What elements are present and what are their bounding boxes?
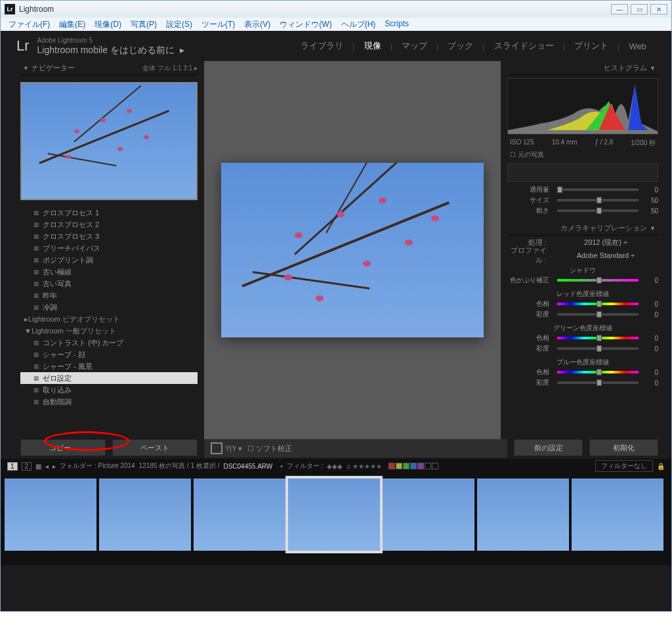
paste-button[interactable]: ペースト: [112, 439, 198, 456]
preset-item[interactable]: ▦自動階調: [20, 396, 198, 408]
identity-plate-bar: Lr Adobe Lightroom 5 Lightroom mobile をは…: [1, 31, 671, 61]
preset-item[interactable]: ▦クロスプロセス 2: [20, 219, 198, 230]
filmstrip-header: 1 2 ▦ ◂ ▸ フォルダー : Picture 2014 12185 枚の写…: [1, 459, 671, 473]
lr-logo: Lr: [16, 37, 30, 54]
preset-item[interactable]: ▦クロスプロセス 3: [20, 230, 198, 242]
module-book[interactable]: ブック: [438, 40, 482, 52]
shadow-group: シャドウ: [507, 266, 658, 275]
original-checkbox[interactable]: ☐ 元の写真: [507, 149, 658, 161]
tint-slider[interactable]: [557, 279, 639, 282]
module-print[interactable]: プリント: [565, 40, 618, 52]
thumbnail-selected[interactable]: [288, 479, 380, 551]
preset-item[interactable]: ▦シャープ - 顔: [20, 349, 198, 360]
histogram-header[interactable]: ヒストグラム▼: [507, 61, 658, 75]
triangle-down-icon: ▼: [23, 65, 29, 72]
module-map[interactable]: マップ: [392, 40, 436, 52]
red-sat-slider[interactable]: [557, 313, 639, 316]
loupe-view[interactable]: [204, 61, 501, 439]
reset-button[interactable]: 初期化: [589, 439, 658, 456]
green-sat-slider[interactable]: [557, 347, 639, 350]
meta-shutter: 1/200 秒: [631, 138, 656, 148]
green-group: グリーン色度座標値: [507, 324, 658, 333]
menu-scripts[interactable]: Scripts: [381, 18, 413, 31]
loupe-view-icon[interactable]: [211, 442, 222, 454]
copy-button[interactable]: コピー...: [20, 439, 106, 456]
preset-item[interactable]: ▦昨年: [20, 289, 198, 301]
preset-item[interactable]: ▦古い写真: [20, 278, 198, 289]
color-label-filter[interactable]: [388, 463, 438, 469]
app-logo-icon: Lr: [5, 4, 15, 14]
forward-icon[interactable]: ▸: [52, 463, 56, 470]
preset-item[interactable]: ▦クロスプロセス 1: [20, 207, 198, 219]
previous-settings-button[interactable]: 前の設定: [514, 439, 583, 456]
module-slideshow[interactable]: スライドショー: [485, 40, 563, 52]
filter-lock-icon[interactable]: 🔒: [657, 463, 665, 470]
brand-main[interactable]: Lightroom mobile をはじめる前に: [37, 45, 175, 55]
main-photo[interactable]: [221, 163, 484, 337]
filmstrip[interactable]: [1, 473, 671, 565]
module-web[interactable]: Web: [620, 41, 656, 51]
menu-photo[interactable]: 写真(P): [127, 18, 161, 31]
filter-preset[interactable]: フィルターなし: [595, 460, 653, 472]
center-toolbar: Y|Y ▾ ☐ ソフト校正: [204, 439, 507, 457]
menu-window[interactable]: ウィンドウ(W): [276, 18, 335, 31]
preset-group[interactable]: ▼ Lightroom 一般プリセット: [20, 325, 198, 337]
menu-edit[interactable]: 編集(E): [55, 18, 89, 31]
rating-filter[interactable]: ≥ ★★★★★: [346, 463, 381, 470]
preset-item[interactable]: ▦ブリーチバイパス: [20, 242, 198, 254]
menu-help[interactable]: ヘルプ(H): [337, 18, 380, 31]
preset-item[interactable]: ▦冷調: [20, 301, 198, 313]
menu-view[interactable]: 表示(V): [240, 18, 274, 31]
calibration-header[interactable]: カメラキャリブレーション▼: [507, 221, 658, 236]
flag-filter-icon[interactable]: ◈◈◈: [327, 463, 343, 470]
photo-metadata: ISO 125 10.4 mm ƒ / 2.8 1/200 秒: [507, 137, 658, 149]
preset-item[interactable]: ▦コントラスト (中) カーブ: [20, 337, 198, 349]
rough-label: 粗さ: [507, 206, 553, 215]
grid-icon[interactable]: ▦: [35, 463, 41, 470]
module-library[interactable]: ライブラリ: [291, 40, 352, 52]
thumbnail[interactable]: [477, 479, 569, 551]
red-hue-slider[interactable]: [557, 303, 639, 305]
histogram-display[interactable]: [507, 78, 658, 135]
thumbnail[interactable]: [572, 479, 663, 551]
menu-file[interactable]: ファイル(F): [5, 18, 54, 31]
menu-develop[interactable]: 現像(D): [91, 18, 125, 31]
preset-item[interactable]: ▦取り込み: [20, 384, 198, 396]
close-button[interactable]: ✕: [650, 4, 667, 14]
rough-slider[interactable]: [557, 209, 639, 212]
right-panel: ヒストグラム▼ ISO 125 10.4 mm ƒ / 2.8 1/200: [501, 61, 671, 439]
red-group: レッド色度座標値: [507, 289, 658, 299]
blue-sat-slider[interactable]: [557, 381, 639, 384]
preset-item-selected[interactable]: ▦ゼロ設定: [20, 372, 198, 384]
profile-select[interactable]: プロファイル :Adobe Standard ÷: [507, 249, 658, 262]
navigator-preview[interactable]: [20, 82, 198, 200]
preset-item[interactable]: ▦ポジプリント調: [20, 254, 198, 266]
preset-item[interactable]: ▦古い極線: [20, 266, 198, 278]
navigator-header[interactable]: ▼ ナビゲーター 全体 フル 1:1 3:1 ▸: [20, 61, 198, 75]
preset-item[interactable]: ▦シャープ - 風景: [20, 360, 198, 372]
blue-group: ブルー色度座標値: [507, 358, 658, 367]
tool-strip[interactable]: [507, 163, 658, 182]
preset-group[interactable]: ▸ Lightroom ビデオプリセット: [20, 313, 198, 325]
minimize-button[interactable]: —: [611, 4, 628, 14]
thumbnail[interactable]: [5, 479, 96, 551]
green-hue-slider[interactable]: [557, 337, 639, 339]
menu-settings[interactable]: 設定(S): [162, 18, 196, 31]
screen-1-button[interactable]: 1: [7, 462, 18, 471]
amount-slider[interactable]: [557, 188, 639, 191]
compare-view-icon[interactable]: Y|Y ▾: [225, 444, 242, 453]
module-develop[interactable]: 現像: [355, 40, 390, 52]
back-icon[interactable]: ◂: [45, 463, 49, 470]
blue-hue-slider[interactable]: [557, 371, 639, 373]
screen-2-button[interactable]: 2: [22, 462, 32, 471]
thumbnail[interactable]: [194, 479, 285, 551]
folder-path[interactable]: フォルダー : Picture 2014: [60, 461, 135, 471]
thumbnail[interactable]: [99, 479, 191, 551]
softproof-checkbox[interactable]: ☐ ソフト校正: [247, 444, 292, 454]
titlebar[interactable]: Lr Lightroom — ▭ ✕: [1, 1, 671, 18]
maximize-button[interactable]: ▭: [631, 4, 648, 14]
size-slider[interactable]: [557, 199, 639, 202]
menu-tools[interactable]: ツール(T): [198, 18, 239, 31]
navigator-zoom-options[interactable]: 全体 フル 1:1 3:1 ▸: [142, 64, 198, 73]
thumbnail[interactable]: [383, 479, 474, 551]
